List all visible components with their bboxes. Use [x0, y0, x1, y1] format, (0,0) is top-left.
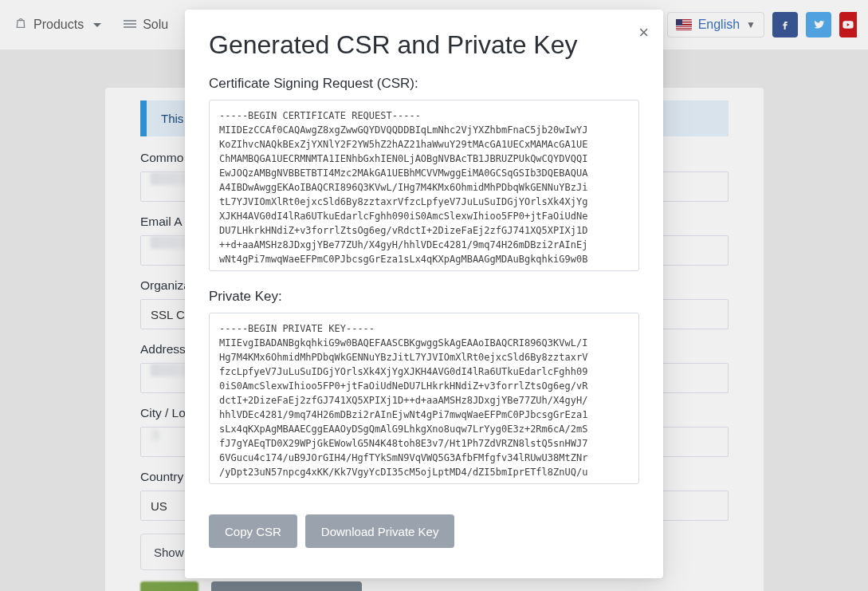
private-key-textarea[interactable] [209, 313, 639, 484]
pk-label: Private Key: [209, 289, 639, 305]
csr-textarea[interactable] [209, 100, 639, 271]
copy-csr-label: Copy CSR [225, 525, 281, 538]
modal-actions: Copy CSR Download Private Key [209, 514, 639, 548]
close-button[interactable]: × [635, 21, 652, 45]
download-pk-label: Download Private Key [321, 525, 439, 538]
generated-csr-modal: × Generated CSR and Private Key Certific… [185, 10, 663, 578]
download-private-key-button[interactable]: Download Private Key [305, 514, 455, 548]
close-icon: × [638, 22, 649, 42]
copy-csr-button[interactable]: Copy CSR [209, 514, 297, 548]
modal-title: Generated CSR and Private Key [209, 30, 639, 60]
csr-label: Certificate Signing Request (CSR): [209, 76, 639, 92]
